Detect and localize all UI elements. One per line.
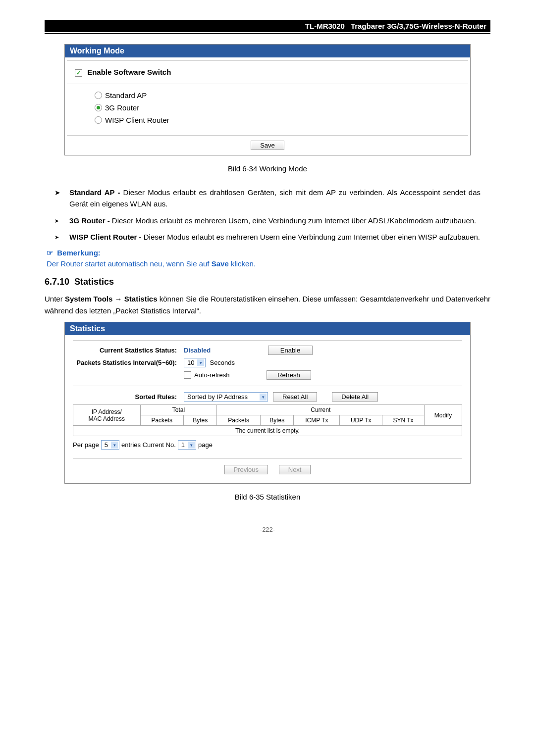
enable-software-switch-label: Enable Software Switch [87, 68, 171, 76]
interval-select[interactable]: 10▾ [184, 358, 206, 367]
radio-wisp-client-router[interactable] [95, 116, 102, 124]
th-cur-bytes: Bytes [260, 415, 294, 426]
header-model: TL-MR3020 [305, 22, 345, 30]
bullet-standard-ap: Standard AP - Dieser Modus erlaubt es dr… [69, 187, 481, 210]
next-button[interactable]: Next [279, 465, 311, 474]
statistics-table: IP Address/ MAC Address Total Current Mo… [73, 404, 462, 436]
enable-software-switch-checkbox[interactable] [75, 69, 82, 77]
th-cur-packets: Packets [217, 415, 260, 426]
empty-row: The current list is empty. [73, 426, 462, 436]
seconds-label: Seconds [210, 359, 235, 366]
th-total: Total [140, 405, 217, 415]
section-intro: Unter System Tools → Statistics können S… [45, 293, 490, 317]
statistics-title: Statistics [65, 322, 470, 335]
statistics-caption: Bild 6-35 Statistiken [45, 493, 490, 501]
chevron-down-icon: ▾ [188, 442, 195, 449]
th-total-bytes: Bytes [183, 415, 217, 426]
chevron-down-icon: ▾ [111, 442, 118, 449]
page-label: page [198, 441, 213, 449]
current-status-value: Disabled [184, 347, 268, 354]
note-header: ☞ Bemerkung: [47, 249, 490, 257]
reset-all-button[interactable]: Reset All [273, 392, 317, 402]
note-body: Der Router startet automatisch neu, wenn… [47, 259, 490, 268]
radio-standard-ap[interactable] [95, 92, 102, 99]
chevron-down-icon: ▾ [260, 394, 267, 401]
mode-descriptions: ➤ Standard AP - Dieser Modus erlaubt es … [54, 187, 481, 243]
current-no-select[interactable]: 1▾ [178, 440, 196, 450]
bullet-arrow-icon: ➤ [54, 188, 63, 210]
th-icmp: ICMP Tx [294, 415, 340, 426]
chevron-down-icon: ▾ [197, 359, 204, 366]
auto-refresh-checkbox[interactable] [184, 371, 191, 379]
radio-3g-router[interactable] [95, 104, 102, 111]
bullet-arrow-icon: ➤ [54, 217, 63, 226]
interval-label: Packets Statistics Interval(5~60): [73, 359, 184, 366]
delete-all-button[interactable]: Delete All [332, 392, 378, 402]
per-page-label: Per page [73, 441, 99, 449]
page-number: -222- [45, 526, 490, 533]
radio-3g-router-label: 3G Router [105, 103, 139, 112]
radio-wisp-client-router-label: WISP Client Router [105, 116, 169, 124]
working-mode-panel: Working Mode Enable Software Switch Stan… [64, 44, 471, 155]
refresh-button[interactable]: Refresh [267, 370, 311, 380]
th-syn: SYN Tx [382, 415, 425, 426]
radio-standard-ap-label: Standard AP [105, 91, 147, 100]
section-heading: 6.7.10 Statistics [45, 277, 490, 287]
header-desc: Tragbarer 3G/3,75G-Wireless-N-Router [351, 22, 486, 30]
auto-refresh-label: Auto-refresh [194, 371, 267, 379]
sorted-rules-label: Sorted Rules: [73, 393, 184, 401]
save-button[interactable]: Save [251, 141, 284, 150]
per-page-select[interactable]: 5▾ [101, 440, 119, 450]
enable-button[interactable]: Enable [268, 346, 313, 355]
working-mode-caption: Bild 6-34 Working Mode [45, 164, 490, 173]
pager: Per page 5▾ entries Current No. 1▾ page [73, 440, 462, 450]
bullet-3g-router: 3G Router - Dieser Modus erlaubt es mehr… [69, 215, 476, 226]
pointer-icon: ☞ [47, 249, 53, 257]
th-modify: Modify [425, 405, 462, 426]
bullet-arrow-icon: ➤ [54, 233, 63, 243]
previous-button[interactable]: Previous [224, 465, 268, 474]
working-mode-title: Working Mode [65, 45, 470, 57]
th-total-packets: Packets [140, 415, 183, 426]
th-ip: IP Address/ MAC Address [73, 405, 141, 426]
page-header: TL-MR3020 Tragbarer 3G/3,75G-Wireless-N-… [45, 20, 490, 34]
bullet-wisp-client-router: WISP Client Router - Dieser Modus erlaub… [69, 231, 480, 243]
th-udp: UDP Tx [340, 415, 382, 426]
entries-label: entries Current No. [121, 441, 176, 449]
th-current: Current [217, 405, 425, 415]
sorted-rules-select[interactable]: Sorted by IP Address▾ [184, 392, 268, 402]
statistics-panel: Statistics Current Statistics Status: Di… [64, 322, 471, 484]
current-status-label: Current Statistics Status: [73, 347, 184, 354]
